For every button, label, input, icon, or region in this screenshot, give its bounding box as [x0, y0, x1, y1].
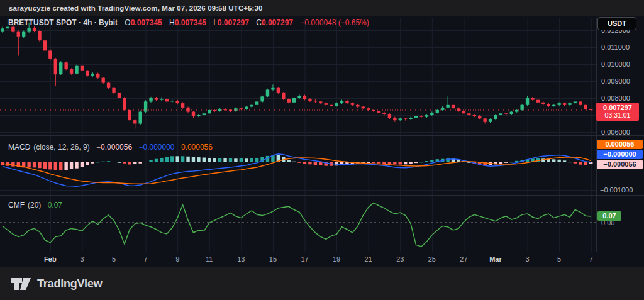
time-axis-label: 11	[199, 255, 220, 263]
price-change: −0.000048 (−0.65%)	[300, 18, 369, 27]
macd-grid-label: −0.001000	[600, 186, 633, 194]
time-axis-label: 9	[167, 255, 188, 263]
ohlc-high-value: 0.007345	[175, 18, 206, 27]
macd-title[interactable]: MACD	[8, 143, 30, 152]
symbol-legend[interactable]: BRETTUSDT SPOT · 4h · Bybit O0.007345 H0…	[8, 18, 369, 27]
time-axis-label: 27	[453, 255, 474, 263]
time-axis-label: Feb	[40, 255, 61, 263]
ohlc-low-label: L	[213, 18, 218, 27]
cmf-value: 0.07	[48, 201, 62, 209]
bar-countdown: 03:31:01	[596, 111, 639, 119]
time-axis-label: 19	[326, 255, 347, 263]
macd-signal-value: 0.000056	[181, 143, 213, 152]
footer-bar: TradingView	[0, 267, 644, 300]
time-axis-label: 21	[358, 255, 379, 263]
currency-unit-button[interactable]: USDT	[597, 17, 636, 30]
chart-canvas[interactable]	[0, 16, 644, 267]
tradingview-logo-icon	[10, 276, 31, 291]
ohlc-open-label: O	[125, 18, 130, 27]
time-axis-label: 3	[517, 255, 538, 263]
tradingview-logo-text: TradingView	[37, 277, 103, 291]
time-axis-label: 7	[135, 255, 157, 263]
macd-legend[interactable]: MACD(close, 12, 26, 9) −0.000056 −0.0000…	[8, 143, 213, 152]
time-axis-label: 13	[230, 255, 252, 263]
macd-value-badge: −0.000056	[597, 160, 643, 169]
cmf-value-badge: 0.07	[597, 211, 621, 221]
last-price-badge: 0.007297 03:31:01	[596, 103, 639, 121]
last-price-value: 0.007297	[596, 104, 639, 111]
chart-area[interactable]: BRETTUSDT SPOT · 4h · Bybit O0.007345 H0…	[0, 16, 644, 267]
time-axis-label: 23	[389, 255, 411, 263]
price-scale-label: 0.009000	[601, 77, 630, 85]
ohlc-high-label: H	[169, 18, 175, 27]
ohlc-close-value: 0.007297	[262, 18, 293, 27]
macd-histogram-value: −0.000056	[96, 143, 132, 152]
ohlc-low-value: 0.007297	[218, 18, 249, 27]
macd-params: (close, 12, 26, 9)	[33, 143, 89, 152]
tradingview-snapshot: sarayucyzie created with TradingView.com…	[0, 0, 644, 300]
time-axis-label: 5	[548, 255, 570, 263]
time-axis-label: 25	[421, 255, 443, 263]
price-scale-label: 0.011000	[601, 43, 630, 51]
price-scale-label: 0.006000	[601, 128, 630, 136]
time-axis-label: 3	[71, 255, 92, 263]
attribution-bar: sarayucyzie created with TradingView.com…	[0, 0, 644, 16]
cmf-title[interactable]: CMF	[8, 201, 25, 209]
time-axis-label: 17	[294, 255, 316, 263]
macd-value-badge: 0.000056	[597, 140, 643, 149]
price-scale-label: 0.008000	[601, 94, 630, 102]
symbol-title[interactable]: BRETTUSDT SPOT · 4h · Bybit	[8, 18, 118, 27]
ohlc-open-value: 0.007345	[131, 18, 162, 27]
time-axis-label: 15	[262, 255, 284, 263]
price-scale-label: 0.010000	[601, 60, 630, 68]
cmf-params: (20)	[28, 201, 41, 209]
cmf-legend[interactable]: CMF(20) 0.07	[8, 201, 62, 209]
time-axis-label: Mar	[485, 255, 506, 263]
macd-line-value: −0.000000	[138, 143, 174, 152]
time-axis-label: 7	[580, 255, 602, 263]
attribution-text: sarayucyzie created with TradingView.com…	[9, 4, 263, 12]
time-axis-label: 5	[103, 255, 125, 263]
ohlc-close-label: C	[256, 18, 262, 27]
macd-value-badge: −0.000000	[597, 150, 643, 159]
tradingview-logo[interactable]: TradingView	[10, 276, 103, 291]
